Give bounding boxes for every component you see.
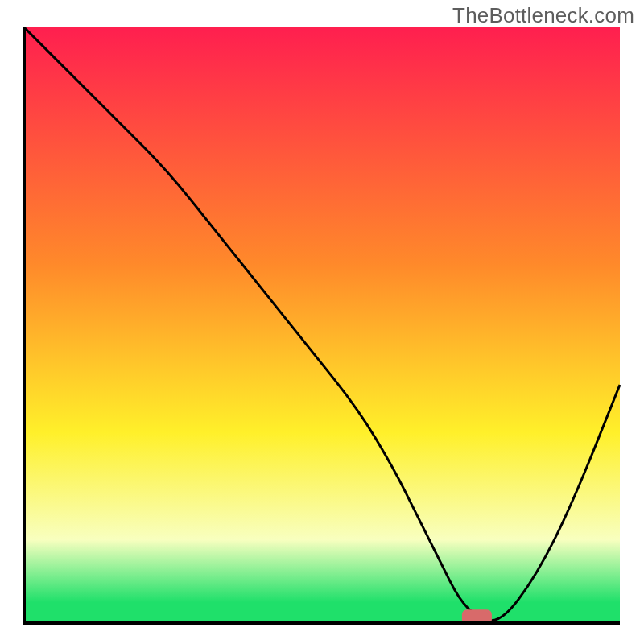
bottleneck-chart — [0, 0, 644, 644]
chart-container: { "watermark": "TheBottleneck.com", "col… — [0, 0, 644, 644]
